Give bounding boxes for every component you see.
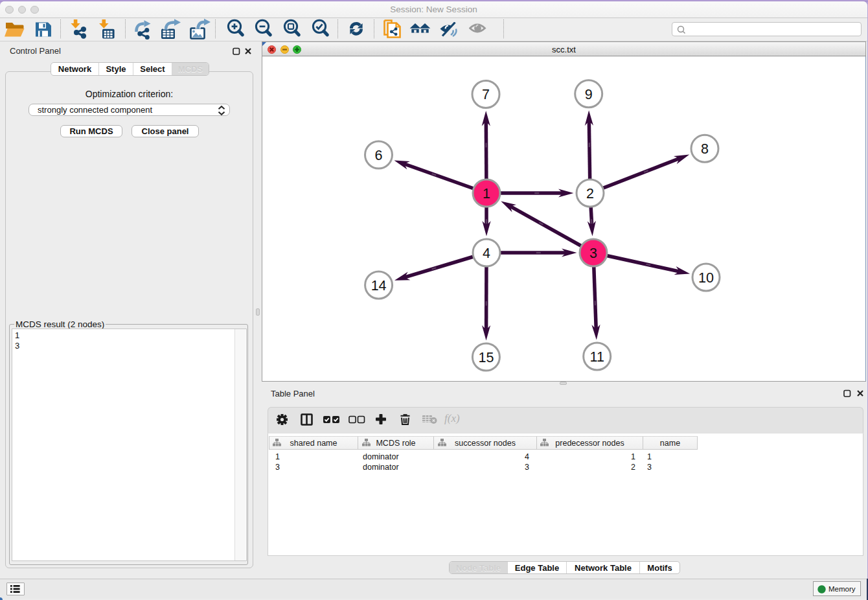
svg-text:4: 4	[483, 246, 490, 261]
svg-text:11: 11	[590, 349, 604, 365]
svg-text:3: 3	[589, 246, 597, 261]
svg-text:7: 7	[482, 87, 490, 102]
svg-text:6: 6	[375, 148, 383, 163]
svg-text:14: 14	[371, 278, 387, 294]
svg-text:15: 15	[478, 350, 494, 365]
svg-text:10: 10	[698, 270, 714, 286]
svg-text:1: 1	[483, 186, 490, 202]
svg-text:9: 9	[585, 87, 593, 102]
svg-text:2: 2	[586, 186, 594, 202]
svg-text:8: 8	[701, 141, 709, 157]
